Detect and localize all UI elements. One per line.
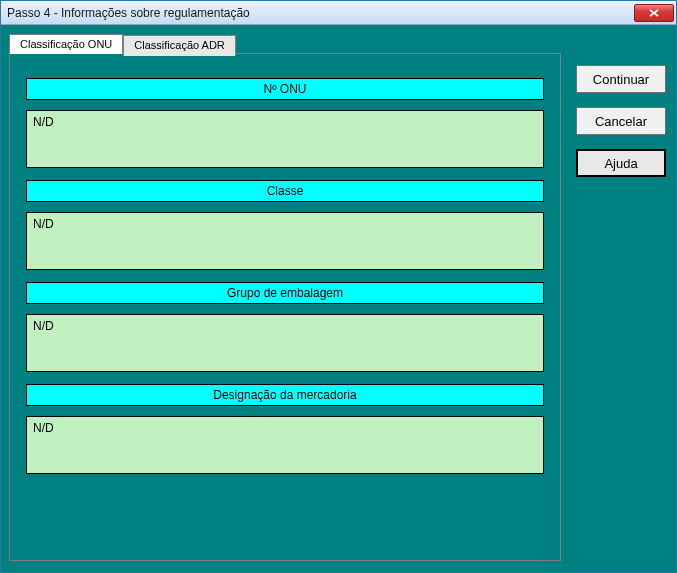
tab-classificacao-onu[interactable]: Classificação ONU xyxy=(9,34,123,55)
titlebar: Passo 4 - Informações sobre regulamentaç… xyxy=(1,1,676,25)
close-icon xyxy=(649,9,659,17)
section-value-onu-number: N/D xyxy=(26,110,544,168)
close-button[interactable] xyxy=(634,4,674,22)
tab-panel-onu: Nº ONU N/D Classe N/D Grupo de embalagem… xyxy=(9,53,561,561)
client-area: Classificação ONU Classificação ADR Nº O… xyxy=(1,25,676,572)
tab-strip: Classificação ONU Classificação ADR xyxy=(9,33,236,54)
section-header-onu-number: Nº ONU xyxy=(26,78,544,100)
section-value-classe: N/D xyxy=(26,212,544,270)
ajuda-button[interactable]: Ajuda xyxy=(576,149,666,177)
section-header-grupo: Grupo de embalagem xyxy=(26,282,544,304)
section-value-designacao: N/D xyxy=(26,416,544,474)
sidebar-buttons: Continuar Cancelar Ajuda xyxy=(576,65,666,177)
section-header-designacao: Designação da mercadoria xyxy=(26,384,544,406)
continuar-button[interactable]: Continuar xyxy=(576,65,666,93)
section-header-classe: Classe xyxy=(26,180,544,202)
cancelar-button[interactable]: Cancelar xyxy=(576,107,666,135)
tab-classificacao-adr[interactable]: Classificação ADR xyxy=(123,35,235,56)
dialog-window: Passo 4 - Informações sobre regulamentaç… xyxy=(0,0,677,573)
section-value-grupo: N/D xyxy=(26,314,544,372)
window-title: Passo 4 - Informações sobre regulamentaç… xyxy=(7,6,250,20)
